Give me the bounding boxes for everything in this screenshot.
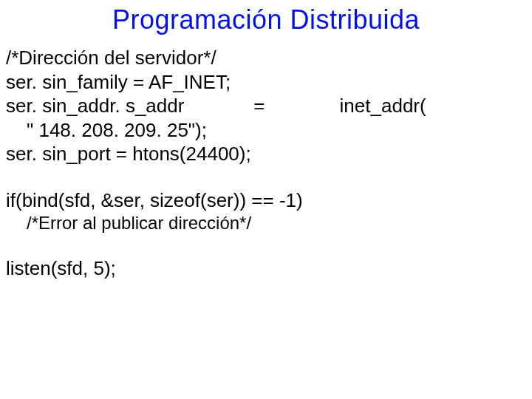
code-line: ser. sin_addr. s_addr = inet_addr( (6, 94, 532, 118)
code-line: /*Error al publicar dirección*/ (6, 212, 532, 234)
blank-line (6, 166, 532, 188)
code-line: /*Dirección del servidor*/ (6, 46, 532, 70)
code-line: " 148. 208. 209. 25"); (6, 118, 532, 143)
slide-title: Programación Distribuida (0, 4, 532, 35)
slide: Programación Distribuida /*Dirección del… (0, 0, 532, 399)
code-line: ser. sin_family = AF_INET; (6, 70, 532, 95)
blank-line (6, 234, 532, 256)
code-line: listen(sfd, 5); (6, 256, 532, 281)
code-line: if(bind(sfd, &ser, sizeof(ser)) == -1) (6, 188, 532, 213)
slide-body: /*Dirección del servidor*/ ser. sin_fami… (6, 46, 532, 281)
code-line: ser. sin_port = htons(24400); (6, 142, 532, 166)
